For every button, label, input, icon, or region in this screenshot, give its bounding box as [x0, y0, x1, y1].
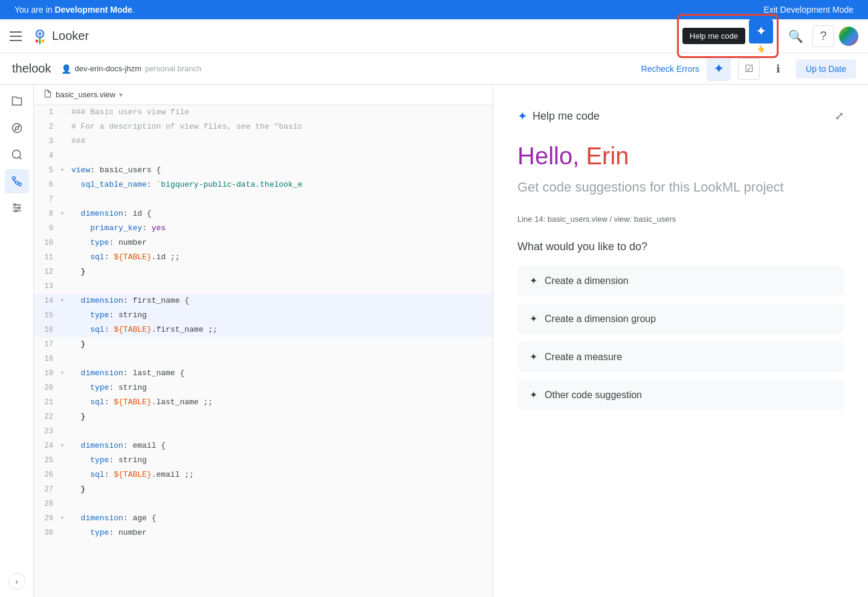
btn-sparkle-icon: ✦ [530, 389, 537, 401]
exit-dev-mode-link[interactable]: Exit Development Mode [763, 5, 853, 15]
code-line: 4 [34, 149, 493, 163]
suggestion-btn-3[interactable]: ✦Other code suggestion [517, 379, 844, 410]
line-number: 5 [34, 164, 60, 177]
code-text: ### [69, 135, 493, 148]
what-to-do-label: What would you like to do? [517, 240, 844, 253]
line-number: 28 [34, 497, 60, 511]
sidebar-icon-settings[interactable] [5, 196, 29, 220]
code-line: 27 } [34, 482, 493, 497]
code-text: } [69, 410, 493, 424]
code-text: sql: ${TABLE}.email ;; [69, 468, 493, 482]
line-number: 14 [34, 294, 60, 308]
line-number: 18 [34, 352, 60, 366]
suggestion-label: Create a measure [545, 352, 622, 363]
code-text: dimension: last_name { [69, 367, 493, 380]
code-text: ### Basic users view file [69, 106, 493, 119]
code-text: primary_key: yes [69, 222, 493, 235]
line-number: 29 [34, 512, 60, 525]
line-number: 15 [34, 309, 60, 322]
hello-section: Hello, Erin Get code suggestions for thi… [517, 143, 844, 253]
hamburger-menu[interactable] [10, 29, 24, 44]
svg-point-9 [18, 183, 21, 186]
code-text: # For a description of view files, see t… [69, 120, 493, 134]
code-line: 1### Basic users view file [34, 105, 493, 120]
sidebar-icon-search[interactable] [5, 143, 29, 167]
line-number: 27 [34, 483, 60, 496]
up-to-date-button[interactable]: Up to Date [796, 59, 856, 79]
code-line: 23 [34, 424, 493, 439]
line-number: 13 [34, 280, 60, 293]
code-line: 28 [34, 497, 493, 511]
sidebar-icon-files[interactable] [5, 89, 29, 114]
svg-point-4 [42, 39, 45, 42]
line-number: 12 [34, 265, 60, 279]
code-line: 19▾ dimension: last_name { [34, 366, 493, 381]
suggestion-label: Create a dimension group [545, 314, 656, 324]
dev-banner-message: You are in Development Mode. [15, 5, 135, 15]
code-line: 21 sql: ${TABLE}.last_name ;; [34, 395, 493, 410]
expand-panel-icon[interactable]: ⤢ [835, 109, 844, 123]
suggestion-btn-1[interactable]: ✦Create a dimension group [517, 303, 844, 334]
search-icon: 🔍 [788, 29, 803, 44]
ai-sparkle-icon: ✦ [713, 61, 724, 77]
line-number: 22 [34, 410, 60, 424]
suggestions-container: ✦Create a dimension✦Create a dimension g… [517, 265, 844, 410]
code-text: type: number [69, 236, 493, 250]
code-line: 20 type: string [34, 381, 493, 395]
btn-sparkle-icon: ✦ [530, 313, 537, 324]
code-line: 2# For a description of view files, see … [34, 120, 493, 134]
recheck-errors-link[interactable]: Recheck Errors [641, 64, 699, 74]
code-line: 11 sql: ${TABLE}.id ;; [34, 250, 493, 265]
file-icon [44, 89, 52, 100]
code-line: 24▾ dimension: email { [34, 439, 493, 453]
code-line: 7 [34, 192, 493, 207]
svg-marker-6 [15, 126, 19, 130]
panel-header: ✦ Help me code ⤢ [517, 109, 844, 123]
line-number: 1 [34, 106, 60, 119]
line-number: 16 [34, 323, 60, 337]
line-number: 25 [34, 454, 60, 467]
sidebar-icon-explore[interactable] [5, 116, 29, 140]
avatar[interactable] [839, 27, 858, 46]
line-number: 19 [34, 367, 60, 380]
hello-name: Erin [586, 143, 629, 169]
line-number: 26 [34, 468, 60, 482]
code-line: 13 [34, 279, 493, 294]
code-line: 15 type: string [34, 308, 493, 323]
code-text: sql_table_name: `bigquery-public-data.th… [69, 178, 493, 192]
suggestion-label: Other code suggestion [545, 390, 642, 401]
help-me-code-tooltip: Help me code [682, 28, 745, 44]
code-text: sql: ${TABLE}.id ;; [69, 251, 493, 264]
code-text: sql: ${TABLE}.first_name ;; [69, 323, 493, 337]
hello-greeting: Hello, [517, 143, 586, 169]
suggestion-btn-2[interactable]: ✦Create a measure [517, 341, 844, 372]
sidebar-icon-git[interactable] [5, 169, 29, 193]
code-line: 29▾ dimension: age { [34, 511, 493, 526]
line-number: 9 [34, 222, 60, 235]
code-text: type: number [69, 526, 493, 540]
svg-point-17 [15, 210, 16, 211]
help-me-code-sparkle-btn[interactable]: ✦ [749, 19, 773, 44]
editor-tab[interactable]: basic_users.view ▾ [34, 85, 493, 105]
top-nav: Looker Help me code ✦ 👆 🔍 ? [0, 19, 868, 53]
nav-right: Help me code ✦ 👆 🔍 ? [677, 14, 858, 58]
svg-point-7 [12, 150, 20, 158]
line-arrow: ▾ [60, 294, 69, 308]
suggestion-btn-0[interactable]: ✦Create a dimension [517, 265, 844, 296]
help-button[interactable]: ? [812, 25, 834, 47]
code-line: 18 [34, 352, 493, 366]
ai-sparkle-btn[interactable]: ✦ [707, 57, 731, 81]
sidebar-icons: › [0, 85, 34, 597]
sub-nav-right: Recheck Errors ✦ ☑ ℹ Up to Date [641, 57, 856, 81]
suggestion-subtitle: Get code suggestions for this LookML pro… [517, 179, 844, 195]
check-button[interactable]: ☑ [738, 58, 760, 80]
code-line: 17 } [34, 337, 493, 352]
expand-panel-btn[interactable]: › [8, 573, 25, 590]
line-number: 24 [34, 439, 60, 453]
code-area[interactable]: 1### Basic users view file2# For a descr… [34, 105, 493, 597]
info-button[interactable]: ℹ [767, 58, 789, 80]
code-line: 10 type: number [34, 236, 493, 250]
search-button[interactable]: 🔍 [783, 24, 808, 48]
line-number: 10 [34, 236, 60, 250]
checkmark-icon: ☑ [745, 63, 753, 74]
